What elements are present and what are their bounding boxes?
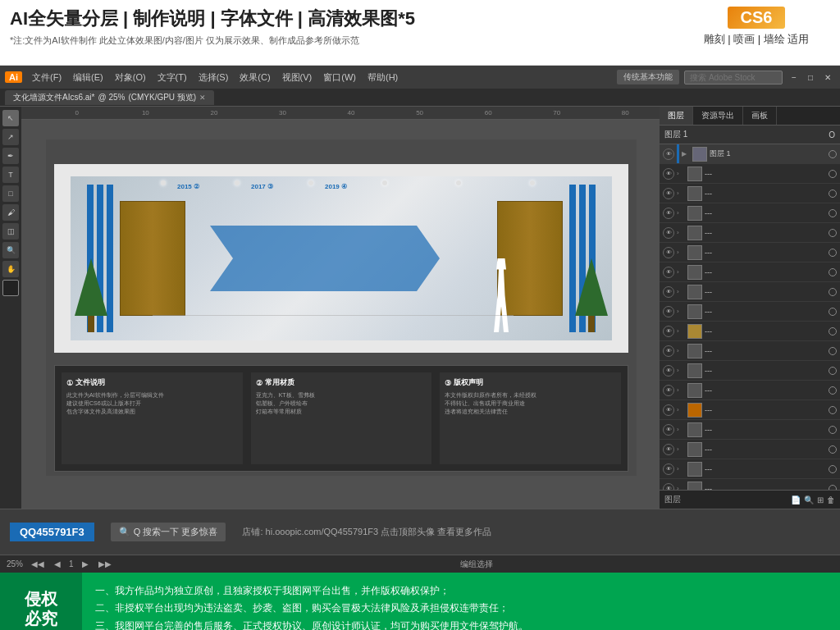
tree-left	[75, 258, 107, 340]
nav-last[interactable]: ▶▶	[97, 559, 113, 568]
layer-row[interactable]: 👁›---	[660, 459, 840, 479]
layer-expand[interactable]: ›	[677, 426, 685, 433]
layer-expand[interactable]: ›	[677, 268, 685, 276]
layer-row[interactable]: 👁›---	[660, 322, 840, 341]
layer-row[interactable]: 👁›---	[660, 302, 840, 322]
menu-effect[interactable]: 效果(C)	[235, 70, 275, 85]
new-layer-btn[interactable]: 📄	[791, 495, 801, 504]
qq-badge[interactable]: QQ455791F3	[10, 523, 94, 541]
layer-expand[interactable]: ›	[677, 308, 685, 315]
delete-layer-btn[interactable]: 🗑	[827, 495, 835, 504]
layer-vis[interactable]: 👁	[663, 463, 674, 475]
nav-prev[interactable]: ◀	[52, 559, 62, 568]
layer-expand-1[interactable]: ▶	[682, 150, 690, 158]
layer-vis[interactable]: 👁	[663, 247, 674, 258]
active-tab[interactable]: 文化墙源文件AIcs6.ai* @ 25% (CMYK/GPU 预览) ✕	[5, 90, 214, 105]
menu-view[interactable]: 视图(V)	[277, 70, 317, 85]
layer-row[interactable]: 👁›---	[660, 282, 840, 302]
layer-vis[interactable]: 👁	[663, 168, 674, 180]
search-layer-btn[interactable]: 🔍	[804, 495, 814, 504]
layer-expand[interactable]: ›	[677, 367, 685, 374]
layer-expand[interactable]: ›	[677, 445, 685, 453]
tab-layers[interactable]: 图层	[660, 107, 693, 125]
fill-color[interactable]	[2, 280, 19, 296]
layer-circle	[829, 308, 837, 316]
layers-header-label: 图层 1	[664, 129, 829, 140]
nav-first[interactable]: ◀◀	[30, 559, 46, 568]
layer-vis[interactable]: 👁	[663, 483, 674, 491]
menu-select[interactable]: 选择(S)	[194, 70, 234, 85]
paintbrush-tool[interactable]: 🖌	[2, 204, 19, 221]
grid-view-btn[interactable]: ⊞	[817, 495, 824, 504]
layer-vis[interactable]: 👁	[663, 188, 674, 199]
menu-object[interactable]: 对象(O)	[110, 70, 151, 85]
layer-row[interactable]: 👁›---	[660, 262, 840, 282]
tab-bar: 文化墙源文件AIcs6.ai* @ 25% (CMYK/GPU 预览) ✕	[0, 89, 840, 107]
tab-assets-export[interactable]: 资源导出	[693, 107, 743, 125]
layer-expand[interactable]: ›	[677, 189, 685, 197]
layer-vis[interactable]: 👁	[663, 365, 674, 377]
layer-expand[interactable]: ›	[677, 465, 685, 472]
search-more-button[interactable]: 🔍 Q 搜索一下 更多惊喜	[111, 523, 226, 541]
shape-tool[interactable]: □	[2, 185, 19, 202]
layer-vis[interactable]: 👁	[663, 345, 674, 357]
layer-visibility-1[interactable]: 👁	[663, 148, 674, 160]
layer-row[interactable]: 👁›---	[660, 381, 840, 400]
close-button[interactable]: ✕	[820, 71, 835, 84]
workspace-dropdown[interactable]: 传统基本功能	[617, 70, 679, 84]
layer-vis[interactable]: 👁	[663, 424, 674, 436]
layer-row[interactable]: 👁›---	[660, 164, 840, 184]
layer-expand[interactable]: ›	[677, 347, 685, 354]
wall-light-1	[161, 180, 166, 185]
layer-row[interactable]: 👁›---	[660, 361, 840, 381]
layer-expand[interactable]: ›	[677, 229, 685, 236]
layer-expand[interactable]: ›	[677, 288, 685, 295]
tab-close-icon[interactable]: ✕	[199, 94, 206, 102]
hand-tool[interactable]: ✋	[2, 261, 19, 277]
layer-vis[interactable]: 👁	[663, 267, 674, 278]
layer-expand[interactable]: ›	[677, 386, 685, 394]
layer-row[interactable]: 👁›---	[660, 440, 840, 459]
menu-text[interactable]: 文字(T)	[153, 70, 192, 85]
layer-thumb	[687, 285, 702, 299]
layer-row[interactable]: 👁›---	[660, 223, 840, 243]
layer-row[interactable]: 👁›---	[660, 243, 840, 262]
menu-file[interactable]: 文件(F)	[27, 70, 66, 85]
adobe-stock-search[interactable]	[684, 71, 783, 84]
layer-vis[interactable]: 👁	[663, 286, 674, 298]
layer-vis[interactable]: 👁	[663, 208, 674, 219]
layer-expand[interactable]: ›	[677, 249, 685, 256]
canvas-area[interactable]: 0 10 20 30 40 50 60 70 80 我的图网	[21, 107, 660, 509]
layer-expand[interactable]: ›	[677, 406, 685, 413]
direct-select-tool[interactable]: ↗	[2, 129, 19, 145]
nav-next[interactable]: ▶	[80, 559, 90, 568]
pen-tool[interactable]: ✒	[2, 148, 19, 164]
layer-expand[interactable]: ›	[677, 209, 685, 217]
tab-artboard[interactable]: 画板	[743, 107, 777, 125]
layer-row[interactable]: 👁›---	[660, 184, 840, 203]
layer-row[interactable]: 👁›---	[660, 479, 840, 490]
layer-row[interactable]: 👁›---	[660, 400, 840, 420]
layer-thumb	[687, 442, 702, 457]
layer-expand[interactable]: ›	[677, 170, 685, 177]
layer-expand[interactable]: ›	[677, 327, 685, 335]
layer-row-main[interactable]: 👁 ▶ 图层 1	[660, 144, 840, 164]
layer-row[interactable]: 👁›---	[660, 203, 840, 223]
layer-vis[interactable]: 👁	[663, 404, 674, 416]
gradient-tool[interactable]: ◫	[2, 223, 19, 240]
layer-vis[interactable]: 👁	[663, 227, 674, 239]
select-tool[interactable]: ↖	[2, 110, 19, 126]
layer-vis[interactable]: 👁	[663, 444, 674, 455]
minimize-button[interactable]: −	[788, 71, 801, 84]
layer-row[interactable]: 👁›---	[660, 420, 840, 440]
menu-help[interactable]: 帮助(H)	[363, 70, 403, 85]
layer-row[interactable]: 👁›---	[660, 341, 840, 361]
layer-vis[interactable]: 👁	[663, 306, 674, 317]
maximize-button[interactable]: □	[804, 71, 817, 84]
zoom-tool[interactable]: 🔍	[2, 242, 19, 258]
layer-vis[interactable]: 👁	[663, 385, 674, 396]
text-tool[interactable]: T	[2, 167, 19, 183]
layer-vis[interactable]: 👁	[663, 326, 674, 337]
menu-window[interactable]: 窗口(W)	[318, 70, 361, 85]
menu-edit[interactable]: 编辑(E)	[68, 70, 108, 85]
